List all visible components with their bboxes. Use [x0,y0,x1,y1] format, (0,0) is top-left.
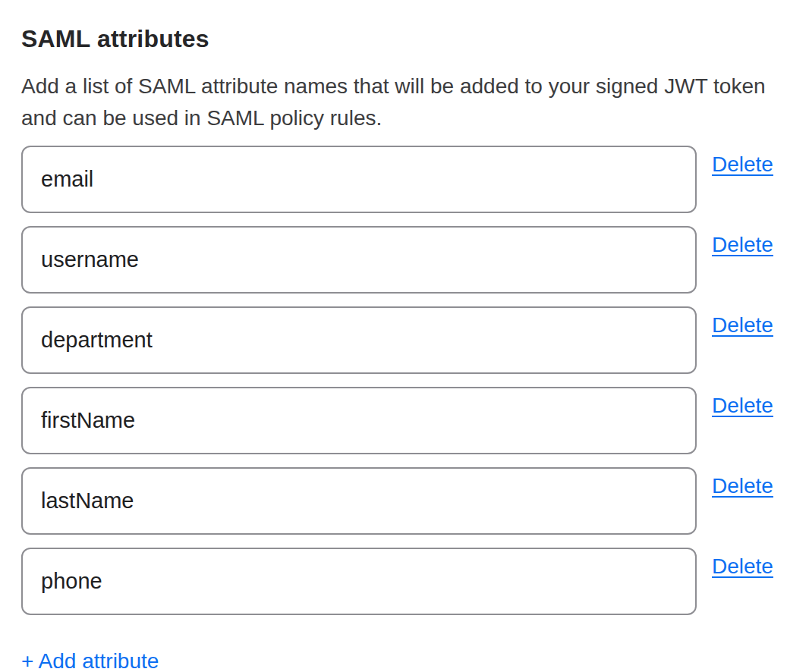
description-line-2: and can be used in SAML policy rules. [21,102,809,134]
attribute-input[interactable] [21,467,697,535]
page-title: SAML attributes [21,24,809,53]
attribute-input[interactable] [21,226,697,294]
attribute-input[interactable] [21,146,697,213]
attribute-list: Delete Delete Delete Delete Delete Delet… [21,146,809,615]
delete-link[interactable]: Delete [712,554,773,579]
delete-link[interactable]: Delete [712,393,773,419]
attribute-input[interactable] [21,306,697,374]
attribute-row: Delete [21,146,809,213]
attribute-row: Delete [21,226,809,294]
attribute-row: Delete [21,306,809,374]
attribute-input[interactable] [21,548,697,615]
attribute-row: Delete [21,387,809,454]
attribute-row: Delete [21,548,809,615]
section-description: Add a list of SAML attribute names that … [21,71,809,134]
delete-link[interactable]: Delete [712,152,773,177]
delete-link[interactable]: Delete [712,473,773,499]
add-attribute-link[interactable]: + Add attribute [21,648,159,672]
saml-attributes-section: SAML attributes Add a list of SAML attri… [0,0,809,672]
attribute-input[interactable] [21,387,697,454]
delete-link[interactable]: Delete [712,312,773,338]
attribute-row: Delete [21,467,809,535]
description-line-1: Add a list of SAML attribute names that … [21,71,809,102]
delete-link[interactable]: Delete [712,232,773,258]
